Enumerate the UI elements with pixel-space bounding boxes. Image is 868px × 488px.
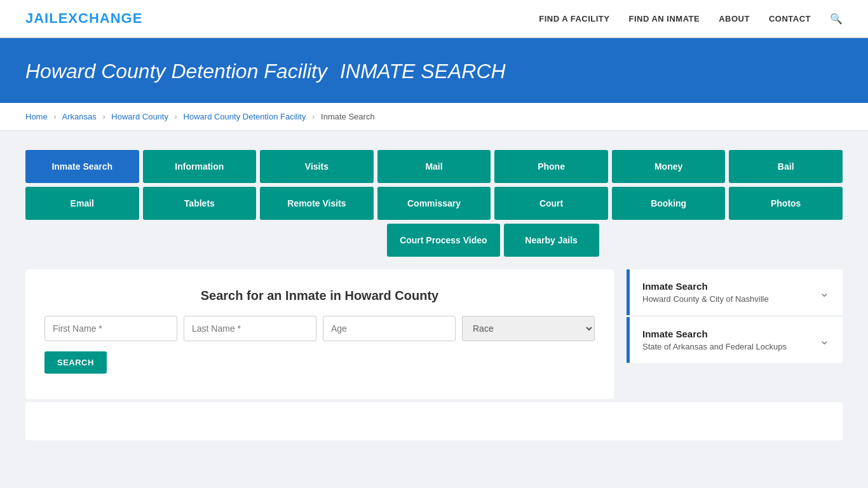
sidebar-item-1-subtitle: Howard County & City of Nashville (642, 294, 769, 304)
sidebar-item-1[interactable]: Inmate Search Howard County & City of Na… (627, 269, 843, 315)
site-logo[interactable]: JAILEXCHANGE (25, 10, 142, 27)
hero-title-sub: INMATE SEARCH (340, 60, 506, 83)
breadcrumb-arkansas[interactable]: Arkansas (62, 112, 97, 121)
sidebar-item-2[interactable]: Inmate Search State of Arkansas and Fede… (627, 317, 843, 363)
sidebar-item-2-title: Inmate Search (642, 329, 787, 339)
chevron-down-icon-1: ⌄ (819, 285, 830, 300)
btn-commissary[interactable]: Commissary (377, 187, 491, 220)
sidebar-item-1-title: Inmate Search (642, 281, 769, 292)
first-name-input[interactable] (44, 316, 177, 341)
site-header: JAILEXCHANGE FIND A FACILITY FIND AN INM… (0, 0, 868, 38)
search-box: Search for an Inmate in Howard County Ra… (25, 269, 614, 399)
btn-nearby-jails[interactable]: Nearby Jails (504, 224, 599, 257)
sidebar-item-2-text: Inmate Search State of Arkansas and Fede… (642, 329, 787, 351)
breadcrumb: Home › Arkansas › Howard County › Howard… (0, 103, 868, 131)
btn-court[interactable]: Court (494, 187, 608, 220)
breadcrumb-sep-3: › (175, 112, 177, 121)
sidebar-item-2-subtitle: State of Arkansas and Federal Lockups (642, 342, 787, 351)
breadcrumb-home[interactable]: Home (25, 112, 48, 121)
last-name-input[interactable] (184, 316, 316, 341)
nav-buttons-row3: Court Process Video Nearby Jails (387, 224, 843, 257)
content-row: Search for an Inmate in Howard County Ra… (25, 269, 843, 399)
logo-exchange: EXCHANGE (58, 10, 143, 26)
logo-jail: JAIL (25, 10, 58, 26)
age-input[interactable] (323, 316, 456, 341)
nav-about[interactable]: ABOUT (719, 14, 750, 24)
chevron-down-icon-2: ⌄ (819, 332, 830, 348)
btn-mail[interactable]: Mail (377, 150, 491, 183)
nav-buttons-row2: Email Tablets Remote Visits Commissary C… (25, 187, 843, 220)
search-icon[interactable]: 🔍 (830, 13, 843, 25)
breadcrumb-sep-2: › (102, 112, 105, 121)
search-title: Search for an Inmate in Howard County (44, 288, 595, 303)
nav-find-facility[interactable]: FIND A FACILITY (539, 14, 609, 24)
btn-money[interactable]: Money (612, 150, 726, 183)
search-submit-button[interactable]: SEARCH (44, 351, 107, 374)
btn-information[interactable]: Information (143, 150, 257, 183)
hero-title: Howard County Detention Facility INMATE … (25, 57, 843, 84)
hero-title-main: Howard County Detention Facility (25, 60, 327, 83)
btn-photos[interactable]: Photos (729, 187, 843, 220)
breadcrumb-sep-1: › (53, 112, 56, 121)
btn-phone[interactable]: Phone (494, 150, 608, 183)
search-box-bottom (25, 402, 843, 440)
btn-tablets[interactable]: Tablets (143, 187, 257, 220)
breadcrumb-facility[interactable]: Howard County Detention Facility (184, 112, 306, 121)
btn-remote-visits[interactable]: Remote Visits (260, 187, 374, 220)
breadcrumb-current: Inmate Search (321, 112, 375, 121)
nav-find-inmate[interactable]: FIND AN INMATE (628, 14, 700, 24)
sidebar: Inmate Search Howard County & City of Na… (627, 269, 843, 365)
nav-contact[interactable]: CONTACT (769, 14, 811, 24)
btn-visits[interactable]: Visits (260, 150, 374, 183)
btn-bail[interactable]: Bail (729, 150, 843, 183)
search-fields: Race (44, 316, 595, 341)
btn-inmate-search[interactable]: Inmate Search (25, 150, 139, 183)
btn-court-process-video[interactable]: Court Process Video (387, 224, 499, 257)
main-content: Inmate Search Information Visits Mail Ph… (0, 131, 868, 459)
btn-booking[interactable]: Booking (612, 187, 726, 220)
nav-buttons-row1: Inmate Search Information Visits Mail Ph… (25, 150, 843, 183)
main-nav: FIND A FACILITY FIND AN INMATE ABOUT CON… (539, 13, 843, 25)
breadcrumb-sep-4: › (312, 112, 315, 121)
breadcrumb-howard-county[interactable]: Howard County (111, 112, 168, 121)
sidebar-item-1-text: Inmate Search Howard County & City of Na… (642, 281, 769, 304)
race-select[interactable]: Race (462, 316, 595, 341)
btn-email[interactable]: Email (25, 187, 139, 220)
hero-banner: Howard County Detention Facility INMATE … (0, 38, 868, 103)
